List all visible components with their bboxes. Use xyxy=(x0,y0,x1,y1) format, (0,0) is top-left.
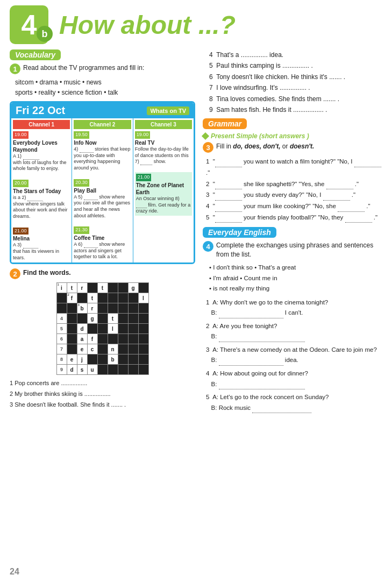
pcell: f xyxy=(88,334,97,344)
sub-badge: b xyxy=(37,26,53,42)
list-item-4: 4 That's a ............... idea. xyxy=(209,49,382,60)
show-2-3: 21.30 Coffee Time A 6) show where actors… xyxy=(74,226,131,260)
pcell xyxy=(129,365,138,374)
show-2-2: 20.30 Play Ball A 5) show where you can … xyxy=(74,179,131,219)
pcell: c xyxy=(88,344,97,354)
pcell xyxy=(67,314,77,323)
pcell xyxy=(67,334,77,344)
clue-3: 3 She doesn't like football. She finds i… xyxy=(10,400,195,410)
tv-schedule-box: Fri 22 Oct Whats on TV Channel 1 19.00 E… xyxy=(10,101,195,264)
pcell xyxy=(139,344,148,354)
pcell xyxy=(118,354,128,364)
show-1-3: 21.00 Melina A 3) that has its viewers i… xyxy=(13,227,70,261)
page-header: 4 b How about ...? xyxy=(10,5,382,44)
list-item-6: 6 Tony doesn't like chicken. He thinks i… xyxy=(209,72,382,82)
right-column: 4 That's a ............... idea. 5 Paul … xyxy=(203,49,382,416)
clue-2: 2 My brother thinks skiing is ..........… xyxy=(10,389,195,400)
grammar-item-4: 4 " your mum like cooking?" "No, she ." xyxy=(206,201,382,212)
pcell: 3b xyxy=(77,303,87,313)
pcell xyxy=(129,314,138,323)
phrase-line-2: • I'm afraid • Count me in xyxy=(209,273,382,284)
pcell xyxy=(108,293,118,303)
page-number: 24 xyxy=(10,567,19,577)
grammar-item-3: 3 " you study every day?" "No, I ." xyxy=(206,189,382,201)
pcell xyxy=(67,303,77,313)
exchange-3: 3 A: There's a new comedy on at the Odeo… xyxy=(206,345,382,366)
pcell xyxy=(98,303,108,313)
pcell xyxy=(139,354,148,364)
pcell: 5 xyxy=(57,324,67,333)
bullet-line-2: sports • reality • science fiction • tal… xyxy=(15,88,195,98)
pcell xyxy=(118,293,128,303)
list-item-8: 8 Tina loves comedies. She finds them ..… xyxy=(209,94,382,104)
tv-channel3: Channel 3 19.00 Real TV Follow the day-t… xyxy=(133,118,194,262)
show-3-1: 19.00 Real TV Follow the day-to-day life… xyxy=(135,131,192,165)
pcell: t xyxy=(88,293,97,303)
pcell xyxy=(88,324,97,333)
pcell xyxy=(98,354,108,364)
exchange-2: 2 A: Are you free tonight? B: xyxy=(206,321,382,342)
pcell xyxy=(129,354,138,364)
pcell xyxy=(67,344,77,354)
task3-text: Fill in do, does, don't, or doesn't. xyxy=(216,142,314,151)
list-item-9: 9 Sam hates fish. He finds it ..........… xyxy=(209,104,382,115)
pcell xyxy=(129,293,138,303)
pcell: 6 xyxy=(57,334,67,344)
task4-text: Complete the exchanges using phrases and… xyxy=(216,241,382,259)
pcell xyxy=(98,324,108,333)
grammar-item-2: 2 " she like spaghetti?" "Yes, she ." xyxy=(206,179,382,190)
pcell: d xyxy=(77,324,87,333)
exchange-5: 5 A: Let's go to the rock concert on Sun… xyxy=(206,392,382,413)
grammar-item-1: 1 " you want to watch a film tonight?" "… xyxy=(206,156,382,178)
pcell xyxy=(98,293,108,303)
pcell xyxy=(108,283,118,293)
pcell: t xyxy=(108,314,118,323)
pcell xyxy=(139,334,148,344)
pcell xyxy=(77,293,87,303)
pcell: t xyxy=(98,283,108,293)
pcell xyxy=(139,365,148,374)
pcell: l xyxy=(139,293,148,303)
tv-whats: Whats on TV xyxy=(147,107,189,115)
pcell xyxy=(98,314,108,323)
list-item-5: 5 Paul thinks camping is ...............… xyxy=(209,60,382,71)
pcell xyxy=(139,303,148,313)
tv-channel1: Channel 1 19.00 Everybody Loves Raymond … xyxy=(11,118,72,262)
pcell: t xyxy=(67,283,77,293)
puzzle-clues: 1 Pop concerts are ................ 2 My… xyxy=(10,378,195,410)
task2-text: Find the words. xyxy=(23,268,71,278)
pcell: u xyxy=(88,365,97,374)
pcell: r xyxy=(77,283,87,293)
pcell xyxy=(118,314,128,323)
pcell: d xyxy=(67,365,77,374)
pcell xyxy=(98,365,108,374)
pcell: 7 xyxy=(57,344,67,354)
pcell: g xyxy=(129,283,138,293)
tv-grid: Channel 1 19.00 Everybody Loves Raymond … xyxy=(11,118,194,262)
pcell: e xyxy=(77,344,87,354)
pcell: 9 xyxy=(57,365,67,374)
numbered-list: 4 That's a ............... idea. 5 Paul … xyxy=(209,49,382,115)
pcell: 1i xyxy=(57,283,67,293)
vocabulary-label: Vocabulary xyxy=(10,49,61,60)
pcell: s xyxy=(77,365,87,374)
unit-badge: 4 b xyxy=(10,5,48,44)
task3-row: 3 Fill in do, does, don't, or doesn't. xyxy=(203,142,382,153)
pcell xyxy=(139,314,148,323)
grammar-item-5: 5 " your friends play football?" "No, th… xyxy=(206,212,382,223)
pcell xyxy=(57,293,67,303)
pcell xyxy=(118,365,128,374)
show-2-1: 19.50 Info Now 4) stories that keep you … xyxy=(74,131,131,171)
grammar-subtitle: Present Simple (short answers ) xyxy=(211,132,309,140)
everyday-exchanges: 1 A: Why don't we go to the cinema tonig… xyxy=(203,297,382,413)
pcell xyxy=(129,344,138,354)
page-title: How about ...? xyxy=(59,10,236,40)
vocabulary-bullets: sitcom • drama • music • news sports • r… xyxy=(15,77,195,98)
task2-section: 2 Find the words. 1i t r t g xyxy=(10,268,195,410)
task2-num: 2 xyxy=(10,268,20,279)
ch1-label: Channel 1 xyxy=(13,120,70,129)
unit-number: 4 xyxy=(22,9,37,41)
phrase-line-3: • is not really my thing xyxy=(209,283,382,294)
ch2-label: Channel 2 xyxy=(74,120,131,129)
task1-num: 1 xyxy=(10,63,20,74)
